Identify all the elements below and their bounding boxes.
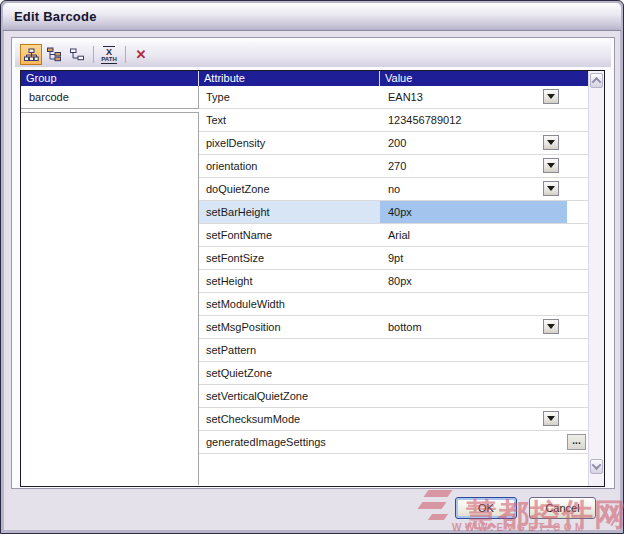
dropdown-arrow-icon bbox=[547, 324, 555, 329]
group-item-barcode[interactable]: barcode bbox=[21, 86, 199, 109]
scroll-up-button[interactable] bbox=[590, 73, 603, 88]
value-cell: EAN13 bbox=[380, 86, 567, 108]
property-row[interactable]: Type EAN13 bbox=[199, 86, 588, 109]
dropdown-arrow-icon bbox=[547, 416, 555, 421]
attribute-cell: setBarHeight bbox=[199, 201, 380, 223]
attribute-cell: setModuleWidth bbox=[199, 293, 380, 315]
dropdown-button[interactable] bbox=[543, 158, 559, 173]
attribute-cell: setChecksumMode bbox=[199, 408, 380, 430]
attribute-cell: setMsgPosition bbox=[199, 316, 380, 338]
dropdown-button[interactable] bbox=[543, 181, 559, 196]
property-row[interactable]: setMsgPosition bottom bbox=[199, 316, 588, 339]
delete-button[interactable]: ✕ bbox=[130, 44, 152, 65]
edit-barcode-dialog: Edit Barcode bbox=[0, 0, 624, 534]
ok-button[interactable]: OK bbox=[455, 497, 517, 519]
group-column: barcode bbox=[21, 86, 199, 486]
property-row[interactable]: setVerticalQuietZone bbox=[199, 385, 588, 408]
value-cell: 40px bbox=[380, 201, 567, 223]
value-cell: bottom bbox=[380, 316, 567, 338]
ellipsis-button[interactable]: ... bbox=[567, 434, 586, 450]
dropdown-button[interactable] bbox=[543, 89, 559, 104]
dropdown-button[interactable] bbox=[543, 319, 559, 334]
property-row[interactable]: setPattern bbox=[199, 339, 588, 362]
dropdown-button[interactable] bbox=[543, 135, 559, 150]
attribute-cell: setVerticalQuietZone bbox=[199, 385, 380, 407]
dropdown-arrow-icon bbox=[547, 94, 555, 99]
attribute-cell: setPattern bbox=[199, 339, 380, 361]
property-row[interactable]: orientation 270 bbox=[199, 155, 588, 178]
attribute-cell: setHeight bbox=[199, 270, 380, 292]
attribute-cell: Type bbox=[199, 86, 380, 108]
attribute-cell: pixelDensity bbox=[199, 132, 380, 154]
value-cell: 200 bbox=[380, 132, 567, 154]
vertical-scrollbar[interactable] bbox=[588, 71, 604, 486]
chevron-up-icon bbox=[592, 77, 602, 87]
attribute-cell: Text bbox=[199, 109, 380, 131]
property-row[interactable]: generatedImageSettings ... bbox=[199, 431, 588, 454]
main-panel: X PATH ✕ Group Attribute Value barcode bbox=[11, 37, 615, 489]
cancel-button[interactable]: Cancel bbox=[529, 497, 596, 519]
property-row[interactable]: setFontSize 9pt bbox=[199, 247, 588, 270]
attribute-cell: orientation bbox=[199, 155, 380, 177]
value-cell bbox=[380, 431, 567, 453]
property-row[interactable]: pixelDensity 200 bbox=[199, 132, 588, 155]
list-tree-filled-button[interactable] bbox=[43, 44, 65, 65]
chevron-down-icon bbox=[592, 460, 602, 470]
toolbar-separator bbox=[125, 46, 126, 63]
attribute-cell: setFontSize bbox=[199, 247, 380, 269]
value-cell: 123456789012 bbox=[380, 109, 567, 131]
scroll-down-button[interactable] bbox=[590, 459, 603, 474]
property-row[interactable]: setFontName Arial bbox=[199, 224, 588, 247]
header-group: Group bbox=[21, 71, 199, 86]
attribute-cell: setFontName bbox=[199, 224, 380, 246]
list-tree-icon bbox=[70, 47, 85, 62]
dropdown-arrow-icon bbox=[547, 140, 555, 145]
attribute-cell: doQuietZone bbox=[199, 178, 380, 200]
value-cell bbox=[380, 408, 567, 430]
value-cell bbox=[380, 385, 567, 407]
dropdown-arrow-icon bbox=[547, 186, 555, 191]
value-cell bbox=[380, 339, 567, 361]
property-grid: Group Attribute Value barcode Type EAN13… bbox=[20, 70, 605, 487]
value-cell bbox=[380, 293, 567, 315]
titlebar[interactable]: Edit Barcode bbox=[3, 3, 621, 31]
group-listbox bbox=[21, 112, 199, 485]
xpath-button[interactable]: X PATH bbox=[98, 44, 120, 65]
property-row[interactable]: doQuietZone no bbox=[199, 178, 588, 201]
dropdown-arrow-icon bbox=[547, 163, 555, 168]
value-cell: 9pt bbox=[380, 247, 567, 269]
property-rows: Type EAN13 Text 123456789012 pixelDensit… bbox=[199, 86, 588, 454]
tree-view-button[interactable] bbox=[20, 44, 42, 65]
header-attribute: Attribute bbox=[199, 71, 380, 86]
xpath-icon: X PATH bbox=[101, 46, 116, 64]
value-cell bbox=[380, 362, 567, 384]
property-row[interactable]: Text 123456789012 bbox=[199, 109, 588, 132]
list-tree-button[interactable] bbox=[66, 44, 88, 65]
value-cell: 270 bbox=[380, 155, 567, 177]
attribute-cell: setQuietZone bbox=[199, 362, 380, 384]
org-tree-icon bbox=[24, 48, 39, 62]
window-title: Edit Barcode bbox=[14, 9, 97, 24]
property-row[interactable]: setQuietZone bbox=[199, 362, 588, 385]
dropdown-button[interactable] bbox=[543, 411, 559, 426]
toolbar-separator bbox=[93, 46, 94, 63]
dialog-content: X PATH ✕ Group Attribute Value barcode bbox=[4, 31, 620, 530]
header-value: Value bbox=[380, 71, 588, 86]
grid-header: Group Attribute Value bbox=[21, 71, 588, 86]
property-row[interactable]: setModuleWidth bbox=[199, 293, 588, 316]
value-cell: Arial bbox=[380, 224, 567, 246]
list-tree-filled-icon bbox=[47, 47, 62, 62]
value-cell: no bbox=[380, 178, 567, 200]
value-cell: 80px bbox=[380, 270, 567, 292]
property-row[interactable]: setChecksumMode bbox=[199, 408, 588, 431]
attribute-cell: generatedImageSettings bbox=[199, 431, 380, 453]
property-row[interactable]: setBarHeight 40px bbox=[199, 201, 588, 224]
toolbar: X PATH ✕ bbox=[15, 42, 611, 67]
property-row[interactable]: setHeight 80px bbox=[199, 270, 588, 293]
delete-x-icon: ✕ bbox=[136, 48, 147, 61]
